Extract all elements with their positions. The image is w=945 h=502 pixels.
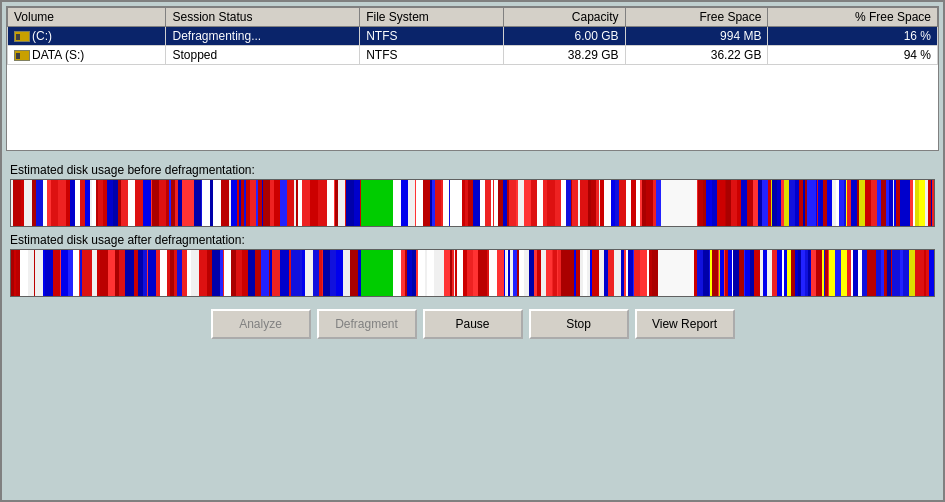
after-disk-bar <box>10 249 935 297</box>
col-session-status: Session Status <box>166 8 360 27</box>
before-disk-bar <box>10 179 935 227</box>
after-viz-block: Estimated disk usage after defragmentati… <box>10 233 935 297</box>
table-row[interactable]: DATA (S:) Stopped NTFS 38.29 GB 36.22 GB… <box>8 46 938 65</box>
cell-status: Defragmenting... <box>166 27 360 46</box>
drive-icon <box>14 50 30 61</box>
cell-pct-free: 94 % <box>768 46 938 65</box>
pause-button[interactable]: Pause <box>423 309 523 339</box>
viz-section: Estimated disk usage before defragmentat… <box>6 157 939 496</box>
cell-status: Stopped <box>166 46 360 65</box>
before-viz-block: Estimated disk usage before defragmentat… <box>10 163 935 227</box>
col-free-space: Free Space <box>625 8 768 27</box>
col-pct-free: % Free Space <box>768 8 938 27</box>
after-label: Estimated disk usage after defragmentati… <box>10 233 935 247</box>
before-bar-canvas <box>11 180 934 226</box>
volume-table: Volume Session Status File System Capaci… <box>7 7 938 65</box>
cell-filesystem: NTFS <box>360 27 504 46</box>
cell-pct-free: 16 % <box>768 27 938 46</box>
after-bar-canvas <box>11 250 934 296</box>
cell-capacity: 6.00 GB <box>504 27 625 46</box>
volume-table-section: Volume Session Status File System Capaci… <box>6 6 939 151</box>
col-filesystem: File System <box>360 8 504 27</box>
cell-capacity: 38.29 GB <box>504 46 625 65</box>
table-header-row: Volume Session Status File System Capaci… <box>8 8 938 27</box>
cell-free-space: 36.22 GB <box>625 46 768 65</box>
defragment-button[interactable]: Defragment <box>317 309 417 339</box>
main-container: Volume Session Status File System Capaci… <box>0 0 945 502</box>
cell-volume: (C:) <box>8 27 166 46</box>
view-report-button[interactable]: View Report <box>635 309 735 339</box>
col-capacity: Capacity <box>504 8 625 27</box>
stop-button[interactable]: Stop <box>529 309 629 339</box>
drive-icon <box>14 31 30 42</box>
analyze-button[interactable]: Analyze <box>211 309 311 339</box>
table-row[interactable]: (C:) Defragmenting... NTFS 6.00 GB 994 M… <box>8 27 938 46</box>
button-row: Analyze Defragment Pause Stop View Repor… <box>10 303 935 343</box>
cell-volume: DATA (S:) <box>8 46 166 65</box>
before-label: Estimated disk usage before defragmentat… <box>10 163 935 177</box>
col-volume: Volume <box>8 8 166 27</box>
cell-free-space: 994 MB <box>625 27 768 46</box>
cell-filesystem: NTFS <box>360 46 504 65</box>
